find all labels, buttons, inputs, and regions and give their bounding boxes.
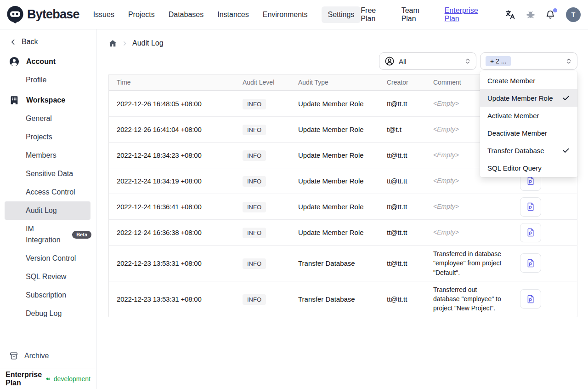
audit-level-badge: INFO: [243, 150, 266, 161]
filter-toolbar: All + 2 ...: [96, 52, 588, 70]
creator-cell: tt@tt.tt: [379, 173, 425, 189]
sidebar-item[interactable]: SQL Review: [0, 268, 96, 286]
creator-cell: tt@tt.tt: [379, 199, 425, 214]
audit-type-filter-select[interactable]: + 2 ...: [480, 52, 577, 70]
app-window: Bytebase IssuesProjectsDatabasesInstance…: [0, 0, 588, 389]
check-icon: [562, 146, 570, 154]
plan-link[interactable]: Team Plan: [401, 6, 434, 23]
audit-level-badge: INFO: [243, 99, 266, 109]
audit-level-badge: INFO: [243, 176, 266, 187]
sidebar-item[interactable]: Projects: [0, 128, 96, 146]
type-cell: Update Member Role: [290, 225, 379, 240]
sidebar-item[interactable]: Sensitive Data: [0, 165, 96, 183]
main-content: Audit Log All + 2 ...: [96, 29, 588, 389]
translate-icon[interactable]: [505, 9, 516, 20]
time-cell: 2022-12-26 16:48:05 +08:00: [109, 96, 235, 111]
creator-filter-value: All: [399, 57, 460, 65]
sidebar-item[interactable]: Access Control: [0, 183, 96, 201]
time-cell: 2022-12-23 13:53:31 +08:00: [109, 256, 235, 271]
home-icon[interactable]: [108, 39, 117, 48]
brand-name: Bytebase: [27, 7, 79, 22]
sidebar-item[interactable]: Debug Log: [0, 304, 96, 323]
audit-level-badge: INFO: [243, 202, 266, 212]
nav-link[interactable]: Instances: [217, 11, 249, 19]
comment-cell: <Empty>: [425, 198, 509, 215]
notifications-bell-icon[interactable]: [545, 10, 555, 20]
nav-link[interactable]: Databases: [169, 11, 204, 19]
type-cell: Update Member Role: [290, 173, 379, 189]
nav-link[interactable]: Environments: [263, 11, 308, 19]
col-header-creator: Creator: [379, 79, 425, 86]
sidebar-item[interactable]: Profile: [0, 71, 96, 89]
plan-link[interactable]: Enterprise Plan: [445, 6, 491, 23]
section-title: Workspace: [26, 96, 65, 104]
payload-cell: [509, 286, 577, 311]
back-button[interactable]: Back: [0, 29, 96, 51]
level-cell: INFO: [235, 225, 290, 240]
time-cell: 2022-12-24 18:34:19 +08:00: [109, 173, 235, 189]
level-cell: INFO: [235, 292, 290, 307]
current-plan-label: Enterprise Plan: [6, 371, 42, 387]
person-icon: [384, 56, 395, 66]
view-payload-button[interactable]: [520, 289, 541, 309]
audit-type-option[interactable]: Activate Member: [480, 107, 577, 124]
view-payload-button[interactable]: [520, 223, 541, 242]
document-search-icon: [526, 228, 536, 237]
time-cell: 2022-12-23 13:53:31 +08:00: [109, 292, 235, 307]
user-circle-icon: [9, 57, 19, 67]
creator-filter-select[interactable]: All: [379, 52, 476, 70]
plan-link[interactable]: Free Plan: [361, 6, 390, 23]
document-search-icon: [526, 258, 536, 268]
payload-cell: [509, 251, 577, 275]
creator-cell: tt@tt.tt: [379, 256, 425, 271]
audit-type-option[interactable]: Deactivate Member: [480, 124, 577, 142]
settings-sidebar: Back Account Profile: [0, 29, 96, 389]
creator-cell: tt@tt.tt: [379, 292, 425, 307]
bug-report-icon[interactable]: [526, 10, 536, 20]
audit-level-badge: INFO: [243, 294, 266, 305]
creator-cell: t@t.t: [379, 122, 425, 137]
nav-link[interactable]: Projects: [128, 11, 155, 19]
view-payload-button[interactable]: [520, 197, 541, 217]
col-header-audit-level: Audit Level: [235, 79, 290, 86]
nav-link[interactable]: Settings: [322, 6, 361, 23]
level-cell: INFO: [235, 256, 290, 271]
notification-dot: [553, 8, 557, 12]
view-payload-button[interactable]: [520, 253, 541, 273]
beta-badge: Beta: [72, 231, 91, 239]
time-cell: 2022-12-24 18:34:23 +08:00: [109, 148, 235, 163]
brand-logo[interactable]: Bytebase: [6, 6, 79, 24]
bytebase-logo-icon: [6, 6, 24, 24]
col-header-time: Time: [109, 79, 235, 86]
audit-type-option[interactable]: Create Member: [480, 72, 577, 89]
sidebar-item[interactable]: Audit Log: [5, 201, 90, 220]
nav-links: IssuesProjectsDatabasesInstancesEnvironm…: [93, 6, 361, 23]
section-title: Account: [26, 57, 56, 66]
sidebar-item[interactable]: Version Control: [0, 249, 96, 268]
audit-type-menu: Create Member Update Member Role Activat…: [480, 71, 577, 177]
type-cell: Update Member Role: [290, 148, 379, 163]
avatar[interactable]: T: [566, 7, 581, 22]
sidebar-item[interactable]: Members: [0, 146, 96, 165]
time-cell: 2022-12-24 16:36:41 +08:00: [109, 199, 235, 214]
building-icon: [9, 95, 19, 105]
breadcrumb-current: Audit Log: [132, 39, 164, 47]
document-search-icon: [526, 202, 536, 212]
audit-type-option[interactable]: Update Member Role: [480, 89, 577, 107]
sidebar-section-account: Account: [0, 52, 96, 71]
audit-type-option[interactable]: Transfer Database: [480, 142, 577, 159]
sidebar-item[interactable]: IM Integration Beta: [0, 220, 96, 249]
audit-type-option[interactable]: SQL Editor Query: [480, 159, 577, 177]
sidebar-item[interactable]: Subscription: [0, 286, 96, 304]
updown-chevron-icon: [565, 57, 572, 65]
sidebar-item-archive[interactable]: Archive: [0, 347, 96, 365]
level-cell: INFO: [235, 96, 290, 111]
volume-icon: [45, 375, 51, 383]
creator-cell: tt@tt.tt: [379, 148, 425, 163]
level-cell: INFO: [235, 199, 290, 214]
nav-link[interactable]: Issues: [93, 11, 114, 19]
sidebar-item[interactable]: General: [0, 109, 96, 128]
comment-cell: Transferred in database "employee" from …: [425, 246, 509, 281]
document-search-icon: [526, 176, 536, 186]
type-cell: Transfer Database: [290, 256, 379, 271]
